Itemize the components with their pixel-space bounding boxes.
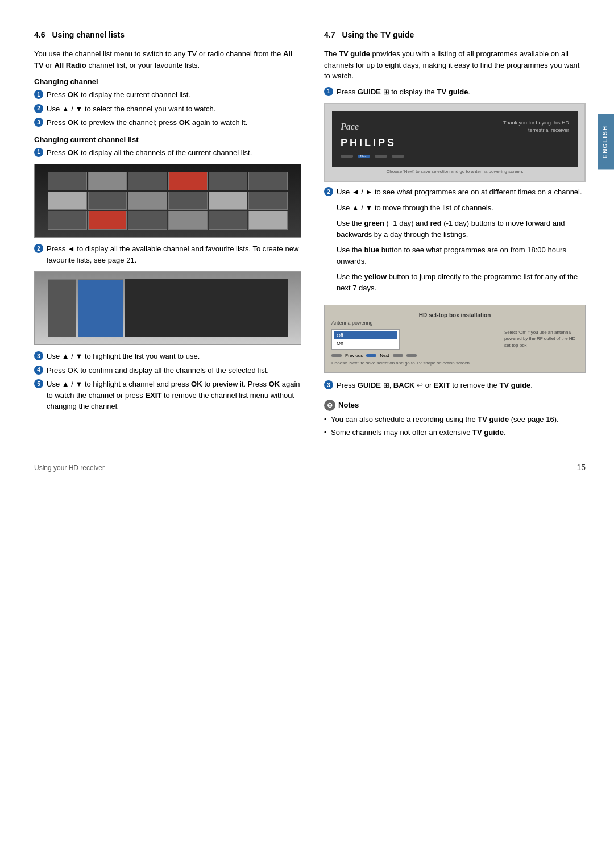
install-btn-1 xyxy=(331,354,342,357)
changing-current-steps: 1 Press OK to display all the channels o… xyxy=(34,147,301,159)
changing-channel-heading: Changing channel xyxy=(34,77,301,86)
install-content-row: Off On Select 'On' if you use an antenna… xyxy=(331,329,578,350)
step-1b: 1 Press OK to display all the channels o… xyxy=(34,147,301,159)
step-2-47: 2 Use ◄ / ► to see what programmes are o… xyxy=(324,186,586,298)
cell xyxy=(128,192,167,210)
tv-pace-logo: Pace xyxy=(341,122,359,132)
step-num-3a: 3 xyxy=(34,118,43,127)
notes-icon: ⊖ xyxy=(324,400,335,411)
next-label-install: Next xyxy=(380,353,389,358)
channel-grid xyxy=(48,172,287,230)
step-num-2c: 2 xyxy=(324,187,333,196)
cell xyxy=(248,172,288,190)
section-47-intro: The TV guide provides you with a listing… xyxy=(324,48,586,82)
step-num-3b: 3 xyxy=(34,351,43,360)
cell xyxy=(88,211,127,230)
sidebar-main xyxy=(125,279,287,337)
cell xyxy=(168,192,208,210)
install-title: HD set-top box installation xyxy=(331,312,578,318)
footer-left: Using your HD receiver xyxy=(34,464,105,472)
step-num-2a: 2 xyxy=(34,104,43,113)
step-3b: 3 Use ▲ / ▼ to highlight the list you wa… xyxy=(34,351,301,362)
menu-item-off: Off xyxy=(334,331,397,339)
steps-3-5-list: 3 Use ▲ / ▼ to highlight the list you wa… xyxy=(34,351,301,412)
section-47-number: 4.7 xyxy=(324,30,335,44)
step-2c: 2 Use ◄ / ► to see what programmes are o… xyxy=(324,186,586,298)
sidebar-mock xyxy=(48,279,287,337)
step-2c-line3: Use the green (+1 day) and red (-1 day) … xyxy=(337,218,586,240)
install-caption: Choose 'Next' to save selection and go t… xyxy=(331,360,578,366)
install-btn-3 xyxy=(393,354,403,357)
step-3c: 3 Press GUIDE ⊞, BACK ↩ or EXIT to remov… xyxy=(324,380,586,391)
step-2b: 2 Press ◄ to display all the available c… xyxy=(34,243,301,265)
channel-list-image-2 xyxy=(34,271,301,345)
step-text-2b: Press ◄ to display all the available cha… xyxy=(47,243,301,265)
step-2a: 2 Use ▲ / ▼ to select the channel you wa… xyxy=(34,103,301,115)
step-4b: 4 Press OK to confirm and display all th… xyxy=(34,365,301,376)
tv-philips-brand: PHILIPS xyxy=(341,137,396,149)
step-5b: 5 Use ▲ / ▼ to highlight a channel and p… xyxy=(34,379,301,412)
tv-thank-text: Thank you for buying this HD terrestrial… xyxy=(501,119,569,134)
prev-label: Previous xyxy=(345,353,363,358)
step-text-3a: Press OK to preview the channel; press O… xyxy=(47,117,301,128)
install-btns-row: Previous Next xyxy=(331,353,578,358)
notes-list: You can also schedule a recording using … xyxy=(324,414,586,438)
cell xyxy=(88,192,127,210)
step-text-1c: Press GUIDE ⊞ to display the TV guide. xyxy=(337,86,586,98)
step-2c-line5: Use the yellow button to jump directly t… xyxy=(337,271,586,293)
step-1a: 1 Press OK to display the current channe… xyxy=(34,89,301,101)
tv-btn-next: Next xyxy=(358,155,370,158)
cell xyxy=(168,172,208,190)
notes-header: ⊖ Notes xyxy=(324,400,586,411)
step-3a: 3 Press OK to preview the channel; press… xyxy=(34,117,301,128)
step-text-5b: Use ▲ / ▼ to highlight a channel and pre… xyxy=(47,379,301,412)
install-left: Off On xyxy=(331,329,499,350)
step-2b-list: 2 Press ◄ to display all the available c… xyxy=(34,243,301,265)
step-text-2a: Use ▲ / ▼ to select the channel you want… xyxy=(47,103,301,115)
step-num-4b: 4 xyxy=(34,366,43,375)
cell xyxy=(128,172,167,190)
step-num-2b: 2 xyxy=(34,244,43,253)
section-46-intro: You use the channel list menu to switch … xyxy=(34,48,301,70)
cell xyxy=(48,172,87,190)
notes-title-text: Notes xyxy=(338,401,359,409)
tv-btn-3 xyxy=(375,155,387,158)
cell xyxy=(209,172,248,190)
two-column-layout: 4.6 Using channel lists You use the chan… xyxy=(34,30,586,441)
section-47-title: Using the TV guide xyxy=(342,30,414,39)
section-46-title: Using channel lists xyxy=(52,30,125,39)
tv-inner: Pace Thank you for buying this HD terres… xyxy=(332,111,578,167)
cell xyxy=(48,211,87,230)
tv-caption: Choose 'Next' to save selection and go t… xyxy=(332,169,578,174)
page-container: ENGLISH 4.6 Using channel lists You use … xyxy=(0,0,614,868)
footer-page: 15 xyxy=(576,463,586,472)
note-2: Some channels may not offer an extensive… xyxy=(324,427,586,438)
changing-current-heading: Changing current channel list xyxy=(34,135,301,144)
cell xyxy=(248,192,288,210)
step-text-2c: Use ◄ / ► to see what programmes are on … xyxy=(337,186,586,298)
step-2c-line2: Use ▲ / ▼ to move through the list of ch… xyxy=(337,202,586,214)
tv-btn-4 xyxy=(392,155,404,158)
cell xyxy=(128,211,167,230)
install-subtitle: Antenna powering xyxy=(331,320,578,326)
install-btn-4 xyxy=(406,354,417,357)
section-46-number: 4.6 xyxy=(34,30,45,44)
section-47-header: 4.7 Using the TV guide xyxy=(324,30,586,44)
next-label: Next xyxy=(360,155,367,158)
step-3-47: 3 Press GUIDE ⊞, BACK ↩ or EXIT to remov… xyxy=(324,380,586,391)
step-2c-line4: Use the blue button to see what programm… xyxy=(337,244,586,267)
step-2c-line1: Use ◄ / ► to see what programmes are on … xyxy=(337,186,586,198)
step-num-1a: 1 xyxy=(34,90,43,99)
cell xyxy=(88,172,127,190)
install-screen-mock: HD set-top box installation Antenna powe… xyxy=(324,305,586,373)
install-btn-next xyxy=(366,354,376,357)
step-num-3c: 3 xyxy=(324,380,333,389)
step-text-3c: Press GUIDE ⊞, BACK ↩ or EXIT to remove … xyxy=(337,380,586,391)
channel-list-image-1 xyxy=(34,164,301,238)
changing-channel-steps: 1 Press OK to display the current channe… xyxy=(34,89,301,128)
install-menu: Off On xyxy=(331,329,400,350)
step-num-1b: 1 xyxy=(34,148,43,157)
step-text-3b: Use ▲ / ▼ to highlight the list you want… xyxy=(47,351,301,362)
cell xyxy=(248,211,288,230)
tv-screen-mock-1: Pace Thank you for buying this HD terres… xyxy=(324,103,586,182)
